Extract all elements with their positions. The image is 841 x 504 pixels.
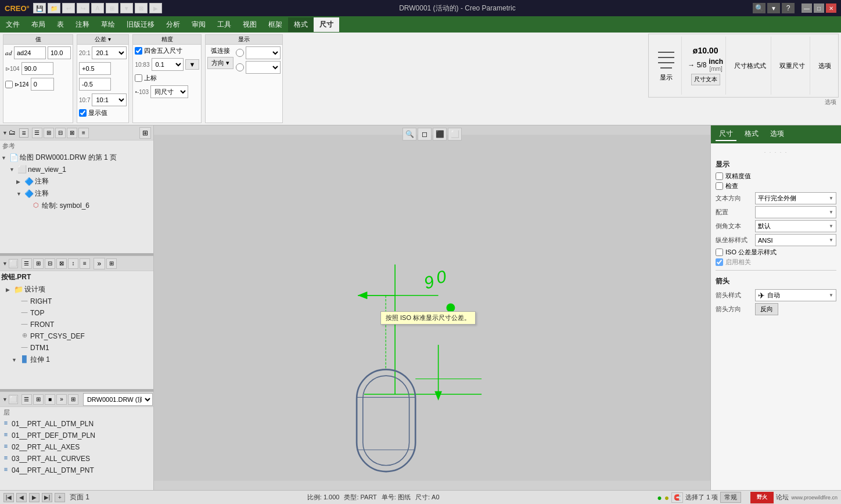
iso-tol-check[interactable] — [716, 249, 723, 256]
arrowhead-style-combo[interactable]: ✈ 自动 — [755, 289, 836, 301]
rp-tab-format[interactable]: 格式 — [741, 128, 762, 141]
layers-detach-btn[interactable]: ⊞ — [68, 394, 78, 405]
win-minimize-btn[interactable]: — — [802, 3, 812, 13]
part-tree-collapse[interactable]: ▼ — [2, 261, 8, 267]
tree-item-dtm1[interactable]: — DTM1 — [0, 342, 153, 354]
menu-table[interactable]: 表 — [51, 17, 70, 32]
model-selector[interactable]: DRW0001.DRW (顶层模型) — [83, 393, 153, 406]
layers-icon-btn[interactable]: ⬜ — [9, 395, 18, 404]
tol-type-select[interactable]: 20.1 — [92, 46, 127, 59]
page-first-btn[interactable]: |◀ — [3, 493, 14, 502]
model-tree-collapse[interactable]: ▼ — [2, 130, 8, 136]
checkbox-foursides[interactable] — [135, 47, 142, 55]
tree-extra-btn[interactable]: ≡ — [78, 128, 89, 138]
part-sort-btn[interactable]: ↕ — [68, 258, 78, 269]
rp-tab-dimension[interactable]: 尺寸 — [716, 128, 736, 141]
layer-item-01pln[interactable]: ≡ 01__PRT_ALL_DTM_PLN — [0, 418, 153, 430]
tol-upper-input[interactable] — [79, 62, 111, 75]
undo-btn[interactable]: ↩ — [62, 3, 75, 13]
radio-arc-2[interactable] — [236, 63, 244, 71]
radio-arc-1[interactable] — [236, 49, 244, 57]
part-tree-view-btn[interactable]: ⬜ — [9, 259, 18, 268]
precision-dropdown-btn[interactable]: ▼ — [185, 59, 200, 70]
tree-grid-btn[interactable]: ⊞ — [44, 128, 54, 138]
canvas-view-3d[interactable]: ⬜ — [448, 128, 462, 141]
menu-frame[interactable]: 框架 — [263, 17, 288, 32]
menu-view[interactable]: 视图 — [237, 17, 263, 32]
quick-save-btn[interactable]: 💾 — [33, 3, 46, 13]
dim-format-btn[interactable]: 尺寸格式式 — [729, 37, 771, 95]
tree-item-annotation-2[interactable]: ▼ 🔷 注释 — [0, 188, 153, 200]
layer-item-04pnt[interactable]: ≡ 04__PRT_ALL_DTM_PNT — [0, 465, 153, 476]
tree-item-front[interactable]: — FRONT — [0, 319, 153, 330]
tree-item-drawing[interactable]: ▼ 📄 绘图 DRW0001.DRW 的第 1 页 — [0, 152, 153, 164]
quick-open-btn[interactable]: 📁 — [48, 3, 60, 13]
layers-grid-btn[interactable]: ⊞ — [33, 394, 44, 405]
inspect-check[interactable] — [716, 182, 723, 190]
direction-btn[interactable]: 方向 ▾ — [207, 57, 233, 69]
precision-select[interactable]: 0.1 — [152, 58, 184, 71]
tree-filter-btn[interactable]: ⊠ — [67, 128, 77, 138]
part-detach-btn[interactable]: » — [94, 258, 105, 269]
text-dir-combo[interactable]: 平行完全外侧 — [755, 192, 836, 204]
page-last-btn[interactable]: ▶| — [42, 493, 52, 502]
help-btn[interactable]: ▼ — [767, 3, 780, 13]
part-list-btn[interactable]: ☰ — [21, 258, 32, 269]
tree-item-feature1[interactable]: ▼ █ 拉伸 1 — [0, 354, 153, 366]
tb-arrow-btn[interactable]: ▶ — [149, 3, 162, 13]
checkbox-showval[interactable] — [79, 109, 87, 117]
dim-text-btn[interactable]: 尺寸文本 — [691, 74, 720, 85]
part-filter-btn[interactable]: ⊠ — [56, 258, 67, 269]
tb-customize-btn[interactable]: ▼ — [120, 3, 133, 13]
menu-annotation[interactable]: 注释 — [70, 17, 95, 32]
dim-name-input[interactable] — [14, 46, 46, 59]
tree-item-top[interactable]: — TOP — [0, 307, 153, 319]
tree-item-right[interactable]: — RIGHT — [0, 296, 153, 307]
ref-val-input[interactable] — [31, 78, 54, 91]
model-tree-toggle[interactable]: ≡ — [19, 128, 28, 138]
tree-list-btn[interactable]: ☰ — [32, 128, 42, 138]
tree-item-annotation-1[interactable]: ▶ 🔷 注释 — [0, 175, 153, 188]
canvas-view-top[interactable]: ⬛ — [433, 128, 447, 141]
win-close-btn[interactable]: ✕ — [826, 3, 836, 13]
part-grid-btn[interactable]: ⊞ — [33, 258, 44, 269]
snap-btn[interactable]: 🧲 — [671, 492, 683, 503]
tree-item-symbol6[interactable]: ⬡ 绘制: symbol_6 — [0, 200, 153, 212]
layer-item-01def[interactable]: ≡ 01__PRT_DEF_DTM_PLN — [0, 430, 153, 441]
tol-precision-select[interactable]: 10:1 — [92, 93, 127, 106]
layers-extra-btn[interactable]: » — [56, 394, 67, 405]
arc-select-1[interactable] — [246, 46, 281, 59]
tree-item-new-view[interactable]: ▼ ⬜ new_view_1 — [0, 164, 153, 175]
page-add-btn[interactable]: + — [55, 493, 65, 502]
menu-dimension[interactable]: 尺寸 — [314, 17, 339, 32]
dual-precision-check[interactable] — [716, 172, 723, 180]
placement-combo[interactable] — [755, 206, 836, 218]
layer-item-03curves[interactable]: ≡ 03__PRT_ALL_CURVES — [0, 453, 153, 465]
page-prev-btn[interactable]: ◀ — [16, 493, 27, 502]
rp-tab-options[interactable]: 选项 — [767, 128, 788, 141]
tb-extra-btn[interactable]: A — [91, 3, 104, 13]
options-btn[interactable]: 选项 — [814, 37, 836, 95]
menu-migrate[interactable]: 旧版迁移 — [121, 17, 160, 32]
tb-extra2-btn[interactable]: ⊠ — [135, 3, 148, 13]
canvas-view-front[interactable]: ◻ — [418, 128, 432, 141]
layers-list-btn[interactable]: ☰ — [21, 394, 32, 405]
dual-dim-btn[interactable]: 双重尺寸 — [775, 37, 810, 95]
ref-value-input[interactable] — [21, 62, 53, 75]
tree-item-csys[interactable]: ⊕ PRT_CSYS_DEF — [0, 330, 153, 342]
menu-analysis[interactable]: 分析 — [160, 17, 186, 32]
menu-tools[interactable]: 工具 — [211, 17, 237, 32]
redo-btn[interactable]: ↪ — [77, 3, 89, 13]
layer-item-02axes[interactable]: ≡ 02__PRT_ALL_AXES — [0, 441, 153, 453]
part-more-btn[interactable]: ≡ — [80, 258, 90, 269]
page-next-btn[interactable]: ▶ — [29, 493, 39, 502]
tb-more-btn[interactable]: ⊞ — [106, 3, 118, 13]
tree-item-button-prt[interactable]: 按钮.PRT — [0, 271, 153, 283]
checkbox-upper[interactable] — [135, 74, 142, 82]
win-restore-btn[interactable]: □ — [814, 3, 824, 13]
tree-detach-btn[interactable]: ⊞ — [139, 127, 151, 139]
related-check[interactable] — [716, 258, 723, 266]
help-icon[interactable]: ? — [782, 3, 795, 13]
arrowhead-reverse-btn[interactable]: 反向 — [755, 303, 778, 315]
canvas-zoom-fit[interactable]: 🔍 — [402, 128, 416, 141]
